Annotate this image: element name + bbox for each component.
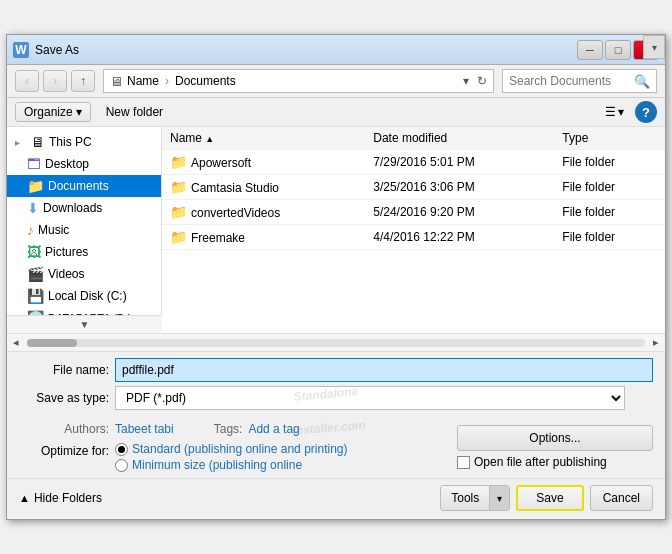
sidebar-item-documents[interactable]: 📁 Documents: [7, 175, 161, 197]
sidebar-item-this-pc[interactable]: ▸ 🖥 This PC: [7, 131, 161, 153]
tags-add[interactable]: Add a tag: [248, 422, 299, 436]
folder-icon: 📁: [170, 204, 187, 220]
options-button[interactable]: Options...: [457, 425, 653, 451]
table-row[interactable]: 📁Apowersoft 7/29/2016 5:01 PM File folde…: [162, 150, 665, 175]
music-icon: ♪: [27, 222, 34, 238]
scroll-left-button[interactable]: ◂: [7, 334, 25, 352]
address-this-pc: Name: [127, 74, 159, 88]
minimum-label[interactable]: Minimum size (publishing online: [132, 458, 302, 472]
filename-dropdown[interactable]: ▾: [643, 35, 665, 59]
column-name[interactable]: Name ▲: [162, 127, 365, 150]
tools-button[interactable]: Tools ▾: [440, 485, 510, 511]
sidebar-label-local-disk: Local Disk (C:): [48, 289, 127, 303]
hide-folders-label: Hide Folders: [34, 491, 102, 505]
folder-icon: 📁: [170, 154, 187, 170]
savetype-label: Save as type:: [19, 391, 109, 405]
pictures-icon: 🖼: [27, 244, 41, 260]
scroll-right-button[interactable]: ▸: [647, 334, 665, 352]
title-bar: W Save As ─ □ ✕: [7, 35, 665, 65]
this-pc-icon: 🖥: [31, 134, 45, 150]
sidebar-item-videos[interactable]: 🎬 Videos: [7, 263, 161, 285]
filename-label: File name:: [19, 363, 109, 377]
forward-button[interactable]: ›: [43, 70, 67, 92]
scroll-track[interactable]: [27, 339, 645, 347]
sidebar-label-downloads: Downloads: [43, 201, 102, 215]
open-after-checkbox[interactable]: [457, 456, 470, 469]
optimize-row: Optimize for: Standard (publishing onlin…: [19, 440, 433, 474]
sidebar: ▸ 🖥 This PC 🗔 Desktop 📁 Documents ⬇ Down…: [7, 127, 162, 333]
documents-icon: 📁: [27, 178, 44, 194]
main-area: ▸ 🖥 This PC 🗔 Desktop 📁 Documents ⬇ Down…: [7, 127, 665, 333]
folder-icon: 📁: [170, 229, 187, 245]
new-folder-button[interactable]: New folder: [97, 102, 172, 122]
sidebar-label-videos: Videos: [48, 267, 84, 281]
radio-standard[interactable]: [115, 443, 128, 456]
desktop-icon: 🗔: [27, 156, 41, 172]
sidebar-item-downloads[interactable]: ⬇ Downloads: [7, 197, 161, 219]
search-box[interactable]: 🔍: [502, 69, 657, 93]
view-button[interactable]: ☰ ▾: [600, 102, 629, 122]
open-after-row: Open file after publishing: [457, 455, 653, 469]
expand-icon: ▸: [15, 137, 27, 148]
savetype-row: Save as type: PDF (*.pdf): [19, 386, 653, 410]
scroll-thumb[interactable]: [27, 339, 77, 347]
filename-input[interactable]: [115, 358, 653, 382]
second-toolbar: Organize ▾ New folder ☰ ▾ ?: [7, 98, 665, 127]
organize-button[interactable]: Organize ▾: [15, 102, 91, 122]
sidebar-item-music[interactable]: ♪ Music: [7, 219, 161, 241]
file-area: Name ▲ Date modified Type 📁Apowersoft 7/…: [162, 127, 665, 333]
bottom-buttons: Tools ▾ Save Cancel: [440, 485, 653, 511]
savetype-select[interactable]: PDF (*.pdf): [115, 386, 625, 410]
optimize-minimum-option[interactable]: Minimum size (publishing online: [115, 458, 347, 472]
authors-row: Authors: Tabeet tabi Tags: Add a tag: [19, 420, 433, 438]
table-row[interactable]: 📁Freemake 4/4/2016 12:22 PM File folder: [162, 225, 665, 250]
maximize-button[interactable]: □: [605, 40, 631, 60]
downloads-icon: ⬇: [27, 200, 39, 216]
table-row[interactable]: 📁Camtasia Studio 3/25/2016 3:06 PM File …: [162, 175, 665, 200]
sidebar-label-this-pc: This PC: [49, 135, 92, 149]
sidebar-scroll-down[interactable]: ▼: [7, 315, 162, 333]
file-table: Name ▲ Date modified Type 📁Apowersoft 7/…: [162, 127, 665, 250]
address-current-folder: Documents: [175, 74, 236, 88]
options-section: Options... Open file after publishing: [445, 416, 665, 478]
address-bar[interactable]: 🖥 Name › Documents ▾ ↻: [103, 69, 494, 93]
column-type[interactable]: Type: [554, 127, 665, 150]
optimize-options: Standard (publishing online and printing…: [115, 442, 347, 472]
sidebar-label-music: Music: [38, 223, 69, 237]
address-dropdown-arrow[interactable]: ▾: [463, 74, 469, 88]
optimize-standard-option[interactable]: Standard (publishing online and printing…: [115, 442, 347, 456]
save-button[interactable]: Save: [516, 485, 583, 511]
tools-dropdown-arrow[interactable]: ▾: [489, 485, 509, 511]
horizontal-scrollbar[interactable]: ◂ ▸: [7, 333, 665, 351]
help-button[interactable]: ?: [635, 101, 657, 123]
table-row[interactable]: 📁convertedVideos 5/24/2016 9:20 PM File …: [162, 200, 665, 225]
search-icon: 🔍: [634, 74, 650, 89]
local-disk-icon: 💾: [27, 288, 44, 304]
sidebar-item-pictures[interactable]: 🖼 Pictures: [7, 241, 161, 263]
folder-icon: 📁: [170, 179, 187, 195]
bottom-form-area: File name: ▾ Save as type: PDF (*.pdf): [7, 351, 665, 416]
sidebar-label-desktop: Desktop: [45, 157, 89, 171]
minimize-button[interactable]: ─: [577, 40, 603, 60]
sidebar-item-desktop[interactable]: 🗔 Desktop: [7, 153, 161, 175]
standard-label[interactable]: Standard (publishing online and printing…: [132, 442, 347, 456]
refresh-button[interactable]: ↻: [477, 74, 487, 88]
authors-label: Authors:: [19, 422, 109, 436]
window-title: Save As: [35, 43, 577, 57]
hide-arrow-icon: ▲: [19, 492, 30, 504]
window-icon: W: [13, 42, 29, 58]
up-button[interactable]: ↑: [71, 70, 95, 92]
open-after-label: Open file after publishing: [474, 455, 607, 469]
hide-folders-button[interactable]: ▲ Hide Folders: [19, 491, 102, 505]
sidebar-label-documents: Documents: [48, 179, 109, 193]
view-icon: ☰: [605, 105, 616, 119]
sidebar-item-local-disk[interactable]: 💾 Local Disk (C:): [7, 285, 161, 307]
lower-section: Authors: Tabeet tabi Tags: Add a tag Opt…: [7, 416, 665, 478]
radio-minimum[interactable]: [115, 459, 128, 472]
search-input[interactable]: [509, 74, 634, 88]
back-button[interactable]: ‹: [15, 70, 39, 92]
cancel-button[interactable]: Cancel: [590, 485, 653, 511]
meta-section: Authors: Tabeet tabi Tags: Add a tag Opt…: [7, 416, 445, 478]
column-date[interactable]: Date modified: [365, 127, 554, 150]
authors-value[interactable]: Tabeet tabi: [115, 422, 174, 436]
